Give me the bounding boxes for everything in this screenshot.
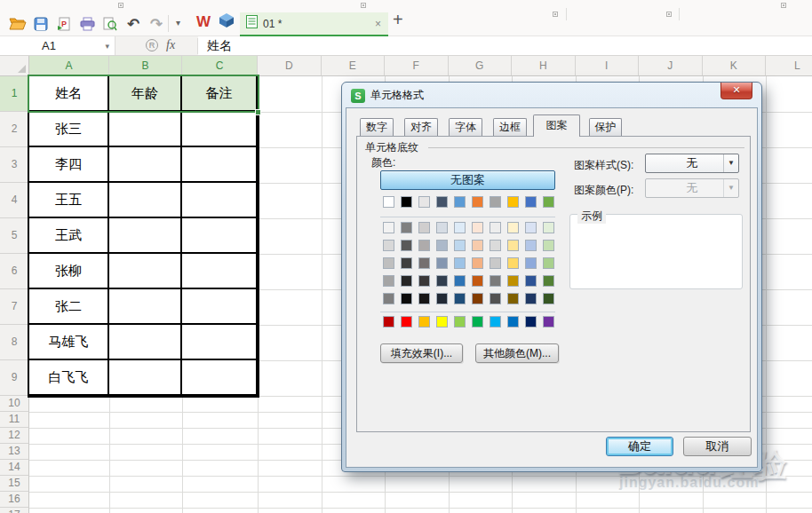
insert-function-icon[interactable]: fx	[166, 38, 175, 52]
color-swatch-F4B183[interactable]	[472, 257, 483, 269]
column-header-K[interactable]: K	[703, 56, 767, 76]
fill-effects-button[interactable]: 填充效果(I)...	[380, 343, 463, 363]
column-header-J[interactable]: J	[639, 56, 703, 76]
cell-C6[interactable]	[182, 254, 258, 289]
color-swatch-BDD7EE[interactable]	[454, 240, 466, 251]
color-swatch-D8D8D8[interactable]	[383, 240, 394, 251]
row-header-3[interactable]: 3	[0, 147, 29, 183]
row-header-4[interactable]: 4	[0, 183, 29, 218]
color-swatch-1F4E79[interactable]	[454, 293, 466, 304]
redo-icon[interactable]: ↷	[146, 14, 167, 34]
color-swatch-C00000[interactable]	[383, 316, 394, 328]
color-swatch-AEABAB[interactable]	[418, 240, 430, 251]
column-header-I[interactable]: I	[576, 56, 640, 76]
dialog-titlebar[interactable]: S 单元格格式	[351, 88, 424, 103]
cell-B9[interactable]	[109, 360, 182, 396]
cell-B1[interactable]: 年龄	[109, 76, 182, 112]
tab-close-icon[interactable]: ×	[375, 18, 381, 30]
color-swatch-000000[interactable]	[401, 196, 412, 208]
color-swatch-375623[interactable]	[543, 293, 554, 304]
color-swatch-C5E0B3[interactable]	[543, 240, 554, 251]
new-tab-button[interactable]: +	[393, 10, 403, 30]
color-swatch-FF0000[interactable]	[401, 316, 412, 328]
color-swatch-0C0C0C[interactable]	[401, 293, 412, 304]
row-header-10[interactable]: 10	[0, 396, 29, 412]
color-swatch-171616[interactable]	[418, 293, 430, 304]
cell-C8[interactable]	[182, 325, 258, 360]
cell-B4[interactable]	[109, 183, 182, 218]
cell-B7[interactable]	[109, 289, 182, 325]
cancel-button[interactable]: 取消	[683, 437, 752, 456]
color-swatch-FFC000[interactable]	[507, 196, 519, 208]
cell-C7[interactable]	[182, 289, 258, 325]
save-icon[interactable]	[30, 14, 52, 34]
color-swatch-DBDBDB[interactable]	[490, 240, 501, 251]
color-swatch-525252[interactable]	[490, 293, 501, 304]
cell-C9[interactable]	[182, 360, 258, 396]
color-swatch-FFC000[interactable]	[418, 316, 430, 328]
color-swatch-9DC3E6[interactable]	[454, 257, 466, 269]
color-swatch-833C00[interactable]	[472, 293, 483, 304]
cell-B3[interactable]	[109, 147, 182, 183]
color-swatch-7F7F7F[interactable]	[383, 293, 394, 304]
color-swatch-7F7F7F[interactable]	[401, 222, 412, 233]
color-swatch-BFBFBF[interactable]	[383, 257, 394, 269]
circled-r-icon[interactable]: R	[146, 39, 158, 51]
color-swatch-DEEBF7[interactable]	[454, 222, 466, 233]
color-swatch-0070C0[interactable]	[507, 316, 519, 328]
name-box-caret-icon[interactable]: ▾	[105, 42, 109, 51]
fill-handle[interactable]	[255, 109, 261, 115]
undo-icon[interactable]: ↶	[123, 14, 144, 34]
column-header-A[interactable]: A	[29, 56, 109, 76]
no-pattern-button[interactable]: 无图案	[380, 170, 555, 190]
export-pdf-icon[interactable]: P	[53, 14, 75, 34]
row-header-9[interactable]: 9	[0, 360, 29, 396]
color-swatch-538135[interactable]	[543, 275, 554, 287]
row-header-14[interactable]: 14	[0, 460, 29, 476]
more-colors-button[interactable]: 其他颜色(M)...	[475, 343, 559, 363]
color-swatch-A5A5A5[interactable]	[383, 275, 394, 287]
row-header-12[interactable]: 12	[0, 428, 29, 444]
dialog-tab-数字[interactable]: 数字	[360, 118, 394, 136]
dialog-close-button[interactable]: ✕	[720, 83, 752, 99]
cell-A7[interactable]: 张二	[29, 289, 109, 325]
row-header-7[interactable]: 7	[0, 289, 29, 325]
column-header-H[interactable]: H	[512, 56, 576, 76]
cell-A9[interactable]: 白飞飞	[29, 360, 109, 396]
color-swatch-FFF2CC[interactable]	[507, 222, 519, 233]
row-header-1[interactable]: 1	[0, 76, 29, 112]
color-swatch-BF9000[interactable]	[507, 275, 519, 287]
cell-C5[interactable]	[182, 218, 258, 254]
row-header-2[interactable]: 2	[0, 112, 29, 147]
column-header-F[interactable]: F	[385, 56, 449, 76]
select-all-corner[interactable]	[0, 56, 29, 76]
color-swatch-323F4F[interactable]	[436, 275, 448, 287]
color-swatch-7030A0[interactable]	[543, 316, 554, 328]
column-header-L[interactable]: L	[766, 56, 812, 76]
color-swatch-C45911[interactable]	[472, 275, 483, 287]
cell-A5[interactable]: 王武	[29, 218, 109, 254]
color-swatch-222A35[interactable]	[436, 293, 448, 304]
color-swatch-7B7B7B[interactable]	[490, 275, 501, 287]
row-header-8[interactable]: 8	[0, 325, 29, 360]
row-header-11[interactable]: 11	[0, 412, 29, 428]
cell-A1[interactable]: 姓名	[29, 76, 109, 112]
cell-B8[interactable]	[109, 325, 182, 360]
color-swatch-D6DCE4[interactable]	[436, 222, 448, 233]
color-swatch-A8D08D[interactable]	[543, 257, 554, 269]
cube-icon[interactable]	[219, 12, 235, 32]
cell-B5[interactable]	[109, 218, 182, 254]
color-swatch-262626[interactable]	[401, 275, 412, 287]
color-swatch-FBE5D6[interactable]	[472, 222, 483, 233]
dialog-tab-对齐[interactable]: 对齐	[404, 118, 438, 136]
color-swatch-8EAADB[interactable]	[525, 257, 537, 269]
row-header-17[interactable]: 17	[0, 508, 29, 513]
dialog-tab-字体[interactable]: 字体	[449, 118, 482, 136]
print-icon[interactable]	[76, 14, 98, 34]
dialog-tab-保护[interactable]: 保护	[589, 118, 622, 136]
name-box[interactable]: A1 ▾	[0, 36, 115, 55]
color-swatch-00B0F0[interactable]	[490, 316, 501, 328]
color-swatch-1F3864[interactable]	[525, 293, 537, 304]
color-swatch-2E74B5[interactable]	[454, 275, 466, 287]
color-swatch-C9C9C9[interactable]	[490, 257, 501, 269]
